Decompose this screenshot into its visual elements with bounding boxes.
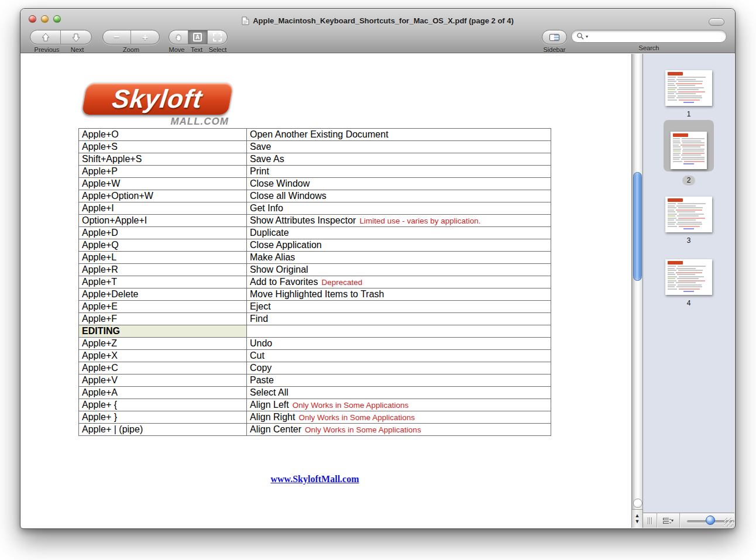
skyloft-logo-text: Skyloft (111, 84, 204, 114)
pane-resize-grip[interactable] (648, 517, 652, 524)
toolbar-toggle-pill[interactable] (709, 18, 724, 26)
shortcut-key-cell: Apple+O (79, 129, 247, 141)
thumbnail-page-number: 1 (687, 110, 691, 118)
sidebar-thumbnail-page-1[interactable]: 1 (643, 70, 734, 118)
shortcut-key-cell: Apple+I (79, 202, 247, 215)
vertical-scrollbar[interactable]: ▲ ▼ (631, 54, 643, 528)
move-tool-button[interactable] (169, 30, 188, 44)
shortcut-key-cell: Apple+A (79, 387, 247, 399)
sidebar-thumbnail-page-2[interactable]: 2 (643, 120, 734, 185)
search-scope-arrow-icon: ▾ (586, 34, 588, 39)
shortcut-key-cell: Apple+D (79, 227, 247, 239)
selected-thumbnail-highlight (664, 120, 714, 171)
shortcut-key-cell: Apple+V (79, 375, 247, 387)
search-label: Search (639, 44, 659, 51)
zoom-in-button[interactable]: + (131, 30, 159, 44)
table-row: Apple+XCut (79, 350, 551, 362)
shortcut-action-cell: Add to FavoritesDeprecated (247, 276, 551, 288)
shortcut-key-cell: Apple+X (79, 350, 247, 362)
shortcut-note: Only Works in Some Applications (298, 413, 415, 422)
page-layout-icon (663, 518, 669, 524)
table-row: Apple+OOpen Another Existing Document (79, 129, 551, 141)
window-resize-grip[interactable] (724, 518, 733, 527)
slider-knob[interactable] (706, 516, 715, 525)
sidebar-icon (549, 34, 559, 41)
thumbnail-sidebar: 1234 ▾ (643, 54, 734, 528)
page-thumbnail-image (665, 259, 712, 295)
table-row: Apple+RShow Original (79, 264, 551, 276)
sidebar-thumbnail-page-3[interactable]: 3 (643, 197, 734, 245)
zoom-out-button[interactable]: − (103, 30, 131, 44)
shortcut-action-cell: Print (247, 166, 551, 178)
shortcut-table-body: Apple+OOpen Another Existing DocumentApp… (79, 129, 551, 436)
table-section-row: EDITING (79, 325, 551, 338)
shortcut-key-cell: Apple+ } (79, 411, 247, 424)
tool-mode-group: A Move Text Select (166, 30, 229, 53)
select-tool-button[interactable] (208, 30, 227, 44)
shortcut-key-cell: Apple+ | (pipe) (79, 424, 247, 436)
sidebar-thumbnail-page-4[interactable]: 4 (643, 259, 734, 307)
scrollbar-track-end (633, 499, 642, 508)
layout-dropdown-arrow-icon: ▾ (671, 518, 673, 523)
shortcut-key-cell: Apple+Z (79, 338, 247, 350)
shortcut-action-cell: Move Highlighted Items to Trash (247, 288, 551, 301)
shortcut-key-cell: Apple+T (79, 276, 247, 288)
thumbnail-page-number: 2 (682, 176, 696, 185)
window-header: Apple_Macintosh_Keyboard_Shortcuts_for_M… (20, 9, 735, 53)
skyloftmall-link[interactable]: www.SkyloftMall.com (270, 474, 359, 484)
table-row: Apple+IGet Info (79, 202, 551, 215)
skyloft-logo-domain: MALL.COM (84, 116, 232, 128)
search-input[interactable] (589, 32, 721, 41)
table-row: Shift+Apple+SSave As (79, 153, 551, 166)
scroll-up-arrow[interactable]: ▲ (635, 513, 640, 518)
shortcut-note: Limited use - varies by application. (359, 217, 480, 225)
thumbnail-page-number: 4 (687, 299, 691, 307)
scrollbar-thumb[interactable] (633, 172, 642, 281)
footer-divider (679, 513, 680, 528)
page-thumbnail-image (671, 132, 707, 169)
table-row: Apple+ }Align RightOnly Works in Some Ap… (79, 411, 551, 424)
table-row: Apple+LMake Alias (79, 252, 551, 264)
shortcut-key-cell: Apple+E (79, 301, 247, 313)
selection-marquee-icon (213, 33, 222, 42)
table-row: Apple+ {Align LeftOnly Works in Some App… (79, 399, 551, 411)
window-title-area: Apple_Macintosh_Keyboard_Shortcuts_for_M… (20, 16, 735, 25)
previous-button[interactable] (30, 30, 61, 44)
shortcut-action-cell: Show Original (247, 264, 551, 276)
next-button[interactable] (61, 30, 91, 44)
content-area: Skyloft MALL.COM Apple+OOpen Another Exi… (21, 54, 734, 528)
shortcut-action-cell: Open Another Existing Document (247, 129, 551, 141)
table-row: Apple+QClose Application (79, 239, 551, 252)
shortcut-action-cell: Undo (247, 338, 551, 350)
page-layout-button[interactable]: ▾ (657, 513, 679, 528)
section-label: EDITING (79, 325, 247, 338)
shortcut-key-cell: Apple+R (79, 264, 247, 276)
table-row: Apple+VPaste (79, 375, 551, 387)
sidebar-toggle-group: Sidebar (542, 30, 567, 53)
previous-label: Previous (30, 46, 63, 53)
shortcut-action-cell: Align RightOnly Works in Some Applicatio… (247, 411, 551, 424)
shortcut-key-cell: Apple+L (79, 252, 247, 264)
thumbnail-page-number: 3 (687, 236, 691, 245)
text-tool-button[interactable]: A (188, 30, 208, 44)
shortcut-key-cell: Apple+Option+W (79, 190, 247, 202)
table-row: Apple+DeleteMove Highlighted Items to Tr… (79, 288, 551, 301)
hand-icon (174, 33, 183, 42)
scroll-down-arrow[interactable]: ▼ (635, 519, 640, 524)
shortcut-action-cell: Close Window (247, 178, 551, 190)
shortcut-key-cell: Apple+Q (79, 239, 247, 252)
shortcut-action-cell: Save (247, 141, 551, 153)
section-empty-cell (247, 325, 551, 338)
sidebar-button[interactable] (542, 30, 566, 44)
shortcut-action-cell: Close Application (247, 239, 551, 252)
sidebar-label: Sidebar (544, 46, 566, 53)
minus-icon: − (114, 32, 120, 42)
shortcut-key-cell: Apple+P (79, 166, 247, 178)
shortcut-action-cell: Find (247, 313, 551, 325)
table-row: Apple+WClose Window (79, 178, 551, 190)
page-thumbnail-image (665, 197, 712, 232)
select-label: Select (206, 46, 229, 53)
search-field[interactable]: ▾ (571, 30, 727, 43)
table-row: Apple+SSave (79, 141, 551, 153)
shortcut-note: Deprecated (322, 278, 363, 287)
